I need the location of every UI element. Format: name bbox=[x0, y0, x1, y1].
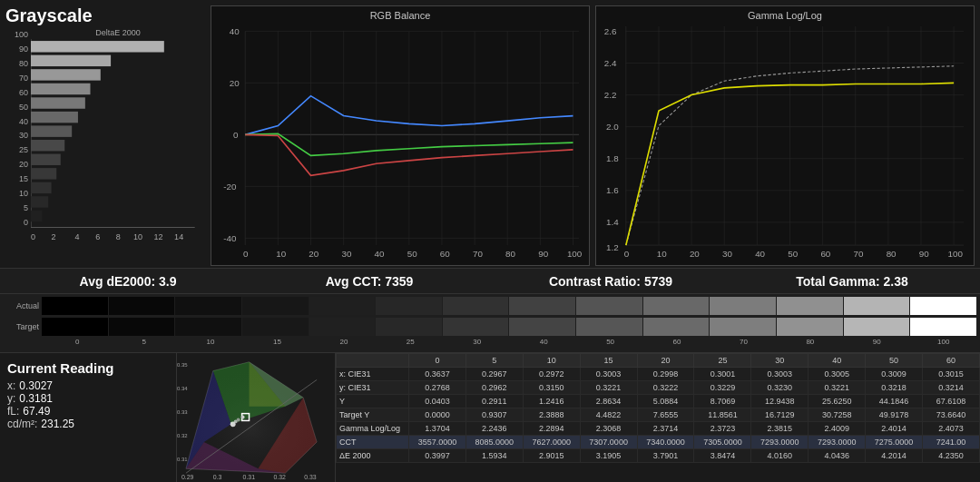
swatch-tick: 15 bbox=[244, 338, 309, 346]
contrast-ratio-label: Contrast Ratio: bbox=[549, 274, 641, 289]
table-cell: 4.0160 bbox=[751, 449, 808, 463]
swatch-tick: 10 bbox=[178, 338, 243, 346]
svg-rect-4 bbox=[31, 69, 101, 80]
svg-text:0.31: 0.31 bbox=[177, 457, 188, 463]
bar-y-label: 80 bbox=[5, 59, 28, 68]
svg-point-106 bbox=[237, 418, 240, 421]
swatch-section: Actual Target bbox=[0, 293, 980, 352]
svg-text:6: 6 bbox=[95, 232, 100, 241]
table-cell: 0.3003 bbox=[580, 368, 637, 381]
table-cell: 2.4014 bbox=[866, 422, 923, 436]
svg-text:-40: -40 bbox=[223, 233, 237, 243]
bar-y-label: 40 bbox=[5, 117, 28, 126]
table-cell: 3.7901 bbox=[637, 449, 694, 463]
table-cell: 0.3221 bbox=[808, 381, 866, 395]
table-cell: 49.9178 bbox=[866, 408, 923, 422]
svg-text:30: 30 bbox=[341, 249, 351, 259]
table-cell: 7627.0000 bbox=[523, 436, 580, 449]
table-cell: 0.2768 bbox=[409, 381, 466, 395]
table-cell: 4.2350 bbox=[923, 449, 980, 463]
swatch-tick: 20 bbox=[311, 338, 377, 346]
fl-label: fL: bbox=[7, 405, 19, 418]
table-row: Target Y0.00000.93072.38884.48227.655511… bbox=[337, 408, 980, 422]
cdm2-value: 231.25 bbox=[41, 418, 74, 430]
table-cell: 7241.00 bbox=[923, 436, 980, 449]
table-row: Y0.04030.29111.24162.86345.08848.706912.… bbox=[337, 395, 980, 408]
col-header-40: 40 bbox=[808, 354, 866, 368]
table-cell: 4.2014 bbox=[866, 449, 923, 463]
deltae-label: DeltaE 2000 bbox=[31, 28, 205, 37]
table-cell: 0.2962 bbox=[466, 381, 523, 395]
svg-rect-12 bbox=[31, 182, 52, 193]
svg-text:0: 0 bbox=[233, 130, 239, 140]
table-cell: 7293.0000 bbox=[751, 436, 808, 449]
table-cell: 11.8561 bbox=[694, 408, 751, 422]
actual-label: Actual bbox=[4, 301, 42, 310]
svg-rect-2 bbox=[31, 41, 164, 52]
avg-cct-label: Avg CCT: bbox=[326, 274, 382, 289]
current-reading-panel: Current Reading x: 0.3027 y: 0.3181 fL: … bbox=[0, 353, 177, 482]
table-cell: 0.9307 bbox=[466, 408, 523, 422]
table-cell: 0.3229 bbox=[694, 381, 751, 395]
table-cell: 16.7129 bbox=[751, 408, 808, 422]
table-cell: 0.3221 bbox=[580, 381, 637, 395]
total-gamma-label: Total Gamma: bbox=[796, 274, 879, 289]
rgb-chart-svg: 40 20 0 -20 -40 bbox=[211, 6, 589, 265]
svg-text:50: 50 bbox=[407, 249, 417, 259]
table-cell: 0.3997 bbox=[409, 449, 466, 463]
table-cell-label: y: CIE31 bbox=[337, 381, 409, 395]
table-cell: 0.0403 bbox=[409, 395, 466, 408]
svg-text:60: 60 bbox=[820, 249, 830, 259]
svg-text:90: 90 bbox=[538, 249, 548, 259]
data-table-section: 0 5 10 15 20 25 30 40 50 60 x: CIE310.36… bbox=[336, 353, 980, 482]
y-value: 0.3181 bbox=[19, 392, 53, 405]
table-cell: 8.7069 bbox=[694, 395, 751, 408]
table-cell: 0.3015 bbox=[923, 368, 980, 381]
table-cell: 0.3218 bbox=[866, 381, 923, 395]
table-cell: 0.3009 bbox=[866, 368, 923, 381]
table-cell: 0.3005 bbox=[808, 368, 866, 381]
svg-text:0.3: 0.3 bbox=[213, 474, 222, 480]
svg-text:2.2: 2.2 bbox=[604, 90, 617, 100]
table-cell-label: Y bbox=[337, 395, 409, 408]
table-cell: 7275.0000 bbox=[866, 436, 923, 449]
table-cell: 8085.0000 bbox=[466, 436, 523, 449]
table-cell: 2.9015 bbox=[523, 449, 580, 463]
svg-text:1.6: 1.6 bbox=[606, 185, 619, 195]
table-cell: 2.2894 bbox=[523, 422, 580, 436]
table-cell: 2.3723 bbox=[694, 422, 751, 436]
table-cell: 2.2436 bbox=[466, 422, 523, 436]
table-cell: 0.3214 bbox=[923, 381, 980, 395]
swatch-tick: 0 bbox=[44, 338, 110, 346]
svg-text:2: 2 bbox=[52, 232, 56, 241]
table-cell-label: CCT bbox=[337, 436, 409, 449]
col-header-0: 0 bbox=[409, 354, 466, 368]
svg-text:40: 40 bbox=[375, 249, 385, 259]
table-cell: 4.4822 bbox=[580, 408, 637, 422]
svg-rect-6 bbox=[31, 97, 85, 108]
col-header-50: 50 bbox=[866, 354, 923, 368]
swatch-tick: 80 bbox=[778, 338, 843, 346]
svg-text:0.32: 0.32 bbox=[177, 433, 188, 438]
svg-text:100: 100 bbox=[948, 249, 964, 259]
bar-y-label: 10 bbox=[5, 189, 28, 198]
svg-text:0: 0 bbox=[31, 232, 35, 241]
total-gamma-value: 2.38 bbox=[883, 274, 907, 289]
svg-text:14: 14 bbox=[174, 232, 183, 241]
current-reading-title: Current Reading bbox=[7, 360, 169, 376]
table-cell-label: x: CIE31 bbox=[337, 368, 409, 381]
table-row: x: CIE310.36370.29670.29720.30030.29980.… bbox=[337, 368, 980, 381]
bar-y-label: 50 bbox=[5, 103, 28, 112]
svg-text:8: 8 bbox=[116, 232, 121, 241]
bar-y-label: 70 bbox=[5, 74, 28, 83]
chromaticity-chart: 0.29 0.3 0.31 0.32 0.33 0.35 0.34 0.33 0… bbox=[177, 353, 336, 482]
table-cell: 0.3150 bbox=[523, 381, 580, 395]
svg-text:12: 12 bbox=[154, 232, 163, 241]
table-row: ΔE 20000.39971.59342.90153.19053.79013.8… bbox=[337, 449, 980, 463]
svg-text:4: 4 bbox=[75, 232, 80, 241]
svg-text:40: 40 bbox=[755, 249, 765, 259]
table-cell: 0.2998 bbox=[637, 368, 694, 381]
svg-point-103 bbox=[241, 416, 245, 419]
col-header-15: 15 bbox=[580, 354, 637, 368]
bar-chart-svg: 0 2 4 6 8 10 12 14 bbox=[31, 39, 205, 241]
